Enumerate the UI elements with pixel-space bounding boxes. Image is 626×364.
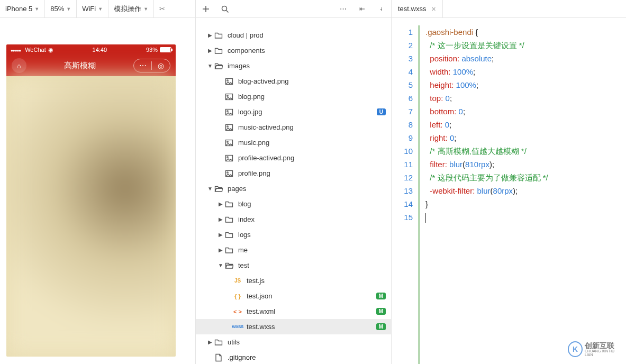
mock-select[interactable]: 模拟操作▼ (108, 0, 154, 17)
tree-item-images[interactable]: ▼images (196, 58, 391, 74)
page-title: 高斯模糊 (64, 61, 96, 71)
line-number: 1 (392, 25, 413, 39)
line-number: 2 (392, 39, 413, 52)
tree-item-blog-png[interactable]: blog.png (196, 89, 391, 104)
tree-item-label: music.png (238, 139, 386, 147)
home-icon[interactable]: ⌂ (12, 58, 26, 73)
editor-body[interactable]: 123456789101112131415 .gaoshi-bendi { /*… (392, 18, 626, 364)
line-number: 14 (392, 197, 413, 211)
svg-point-14 (227, 171, 228, 172)
chevron-down-icon: ▼ (34, 6, 39, 12)
tree-item-components[interactable]: ▶components (196, 43, 391, 58)
comment: /* 这一步设置是关键设置 */ (430, 41, 524, 50)
search-icon[interactable] (219, 3, 231, 15)
image-icon (224, 153, 234, 163)
layout-icon[interactable]: ⫞ (375, 3, 387, 15)
target-icon[interactable]: ◎ (152, 61, 170, 70)
tree-item-pages[interactable]: ▼pages (196, 181, 391, 196)
tree-item-music-png[interactable]: music.png (196, 135, 391, 150)
caret-icon: ▶ (206, 32, 214, 38)
tree-item-test-wxss[interactable]: WXSStest.wxssM (196, 319, 391, 334)
folder-icon (224, 245, 234, 255)
image-icon (224, 107, 234, 117)
tree-item-blog-actived-png[interactable]: blog-actived.png (196, 74, 391, 89)
tree-item-music-actived-png[interactable]: music-actived.png (196, 120, 391, 135)
line-number: 15 (392, 211, 413, 224)
mock-label: 模拟操作 (114, 4, 141, 14)
wxss-icon: WXSS (233, 322, 242, 332)
caret-icon: ▶ (217, 216, 224, 222)
zoom-select[interactable]: 85%▼ (45, 0, 77, 17)
tree-item-label: utils (228, 338, 386, 346)
tree-item-label: pages (228, 185, 386, 193)
watermark: K 创新互联 CHUANG XIN HU LIAN (568, 340, 621, 359)
network-select[interactable]: WiFi▼ (77, 0, 108, 17)
add-file-icon[interactable] (200, 3, 212, 15)
folder-icon (224, 230, 234, 240)
line-number: 5 (392, 78, 413, 92)
tree-item-logs[interactable]: ▶logs (196, 227, 391, 242)
status-badge: U (377, 108, 386, 115)
close-icon[interactable]: × (431, 5, 436, 13)
tree-item-label: blog (238, 200, 386, 208)
line-number: 6 (392, 92, 413, 105)
caret-icon: ▼ (206, 186, 214, 192)
tree-item-profile-actived-png[interactable]: profile-actived.png (196, 150, 391, 166)
phone-status-bar: WeChat◉ 14:40 93% (6, 44, 176, 55)
status-time: 14:40 (93, 47, 107, 53)
caret-icon: ▶ (206, 339, 214, 345)
tree-item-label: blog-actived.png (238, 77, 386, 85)
line-number: 4 (392, 65, 413, 78)
tree-item-test-wxml[interactable]: < >test.wxmlM (196, 304, 391, 319)
capsule-button[interactable]: ⋯ ◎ (133, 59, 170, 72)
chevron-down-icon: ▼ (66, 6, 71, 12)
phone-nav-bar: ⌂ 高斯模糊 ⋯ ◎ (6, 55, 176, 76)
folder-open-icon (224, 261, 234, 270)
tree-item-label: blog.png (238, 93, 386, 101)
editor-tabs: test.wxss × (392, 0, 626, 18)
tree-item-me[interactable]: ▶me (196, 242, 391, 258)
line-numbers: 123456789101112131415 (392, 18, 418, 364)
simulator-toolbar: iPhone 5▼ 85%▼ WiFi▼ 模拟操作▼ ✂ (0, 0, 195, 18)
image-icon (224, 77, 234, 86)
file-tree[interactable]: ▶cloud | prod▶components▼imagesblog-acti… (196, 18, 391, 364)
tree-item-test-json[interactable]: { }test.jsonM (196, 288, 391, 304)
tree-item-utils[interactable]: ▶utils (196, 334, 391, 350)
comment: /* 这段代码主要为了做兼容适配 */ (430, 173, 548, 182)
cut-icon[interactable]: ✂ (154, 0, 170, 17)
tree-item-index[interactable]: ▶index (196, 212, 391, 227)
tree-item-label: test.json (247, 292, 376, 300)
svg-point-12 (227, 156, 228, 157)
tree-item-label: profile-actived.png (238, 154, 386, 162)
tree-item-test-js[interactable]: JStest.js (196, 273, 391, 288)
code-content[interactable]: .gaoshi-bendi { /* 这一步设置是关键设置 */ positio… (418, 18, 626, 364)
file-icon (214, 353, 223, 362)
device-select[interactable]: iPhone 5▼ (0, 0, 45, 17)
explorer-toolbar: ⋯ ⇤ ⫞ (196, 0, 391, 18)
tree-item-logo-jpg[interactable]: logo.jpgU (196, 104, 391, 120)
more-icon[interactable]: ⋯ (134, 61, 152, 70)
simulator-stage: WeChat◉ 14:40 93% ⌂ 高斯模糊 ⋯ ◎ (0, 18, 195, 364)
svg-point-2 (227, 79, 228, 80)
caret-icon: ▶ (206, 48, 214, 53)
tree-item-cloud---prod[interactable]: ▶cloud | prod (196, 28, 391, 43)
tree-item-profile-png[interactable]: profile.png (196, 166, 391, 181)
line-number: 13 (392, 184, 413, 197)
editor-tab-testwxss[interactable]: test.wxss × (392, 0, 443, 17)
collapse-icon[interactable]: ⇤ (356, 3, 368, 15)
svg-point-8 (227, 125, 228, 126)
folder-icon (214, 338, 223, 347)
zoom-label: 85% (50, 5, 64, 13)
tab-label: test.wxss (398, 5, 426, 13)
more-icon[interactable]: ⋯ (337, 3, 349, 15)
tree-item-test[interactable]: ▼test (196, 258, 391, 273)
tree-item-label: test.js (247, 277, 386, 285)
tree-item-label: music-actived.png (238, 123, 386, 131)
folder-icon (214, 31, 223, 40)
tree-item--gitignore[interactable]: .gitignore (196, 350, 391, 364)
caret-icon: ▼ (206, 63, 214, 69)
cursor (425, 213, 426, 223)
tree-item-blog[interactable]: ▶blog (196, 196, 391, 212)
svg-point-6 (227, 110, 228, 111)
image-icon (224, 138, 234, 148)
